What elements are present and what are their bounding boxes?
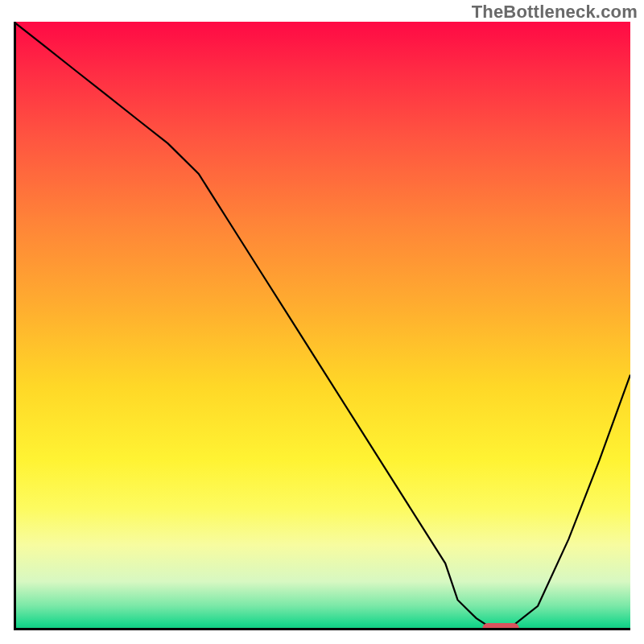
watermark-text: TheBottleneck.com — [472, 2, 638, 23]
bottleneck-curve — [14, 22, 630, 630]
plot-area — [14, 22, 630, 630]
chart-overlay-svg — [14, 22, 630, 630]
bottleneck-chart: TheBottleneck.com — [0, 0, 644, 644]
